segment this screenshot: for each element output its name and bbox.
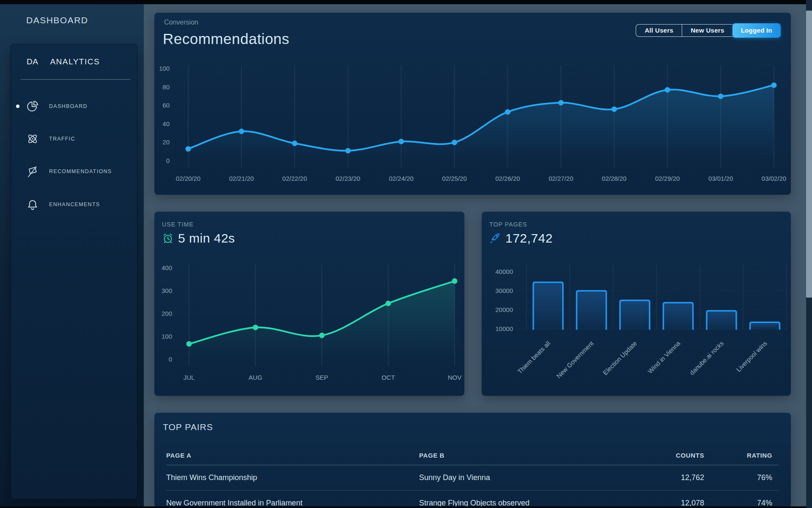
svg-text:02/29/20: 02/29/20 [655,175,680,182]
svg-text:100: 100 [159,65,170,72]
top-pages-card: TOP PAGES 172,742 10000200003000040000Th… [482,212,791,396]
svg-text:JUL: JUL [184,374,195,381]
sidebar-item-label: DASHBOARD [49,103,88,109]
sidebar: DASHBOARD DAANALYTICS DASHBOARDTRAFFICRE… [0,0,144,508]
page-title: DASHBOARD [26,15,88,25]
active-indicator-dot [16,105,19,108]
svg-text:AUG: AUG [249,374,263,381]
svg-text:400: 400 [162,264,172,271]
svg-text:03/01/20: 03/01/20 [708,175,733,182]
sidebar-item-label: ENHANCEMENTS [49,202,100,207]
sidebar-item-label: RECOMMENDATIONS [49,168,112,174]
brand-short: DA [27,57,38,66]
svg-text:NOV: NOV [448,374,462,381]
svg-text:02/24/20: 02/24/20 [389,175,413,182]
sidebar-item-label: TRAFFIC [49,136,75,142]
use-time-card: USE TIME 5 min 42s 0100200300400JULAUGSE… [154,212,464,396]
table-header-row: PAGE APAGE BCOUNTSRATING [166,442,779,465]
column-header-rating: RATING [711,442,779,465]
svg-text:02/26/20: 02/26/20 [495,175,520,182]
svg-text:40000: 40000 [495,268,513,275]
table-cell: 74% [711,491,779,508]
svg-text:New Government: New Government [555,340,595,380]
flag-icon [26,165,39,178]
top-pairs-card: TOP PAIRS PAGE APAGE BCOUNTSRATING Thiem… [154,413,791,508]
sidebar-item-enhancements[interactable]: ENHANCEMENTS [11,197,137,212]
letterbox-bottom [0,506,812,508]
conversion-card: Conversion Recommendations All UsersNew … [154,13,791,195]
bell-icon [26,198,39,211]
table-cell: 12,078 [639,491,711,508]
svg-text:100: 100 [162,333,172,340]
pie-chart-icon [26,100,39,113]
divider [21,79,131,80]
table-cell: 12,762 [639,465,711,491]
svg-text:SEP: SEP [315,374,328,381]
table-cell: New Government Installed in Parliament [166,491,419,508]
svg-text:02/25/20: 02/25/20 [442,175,466,182]
svg-text:OCT: OCT [381,374,395,381]
svg-text:60: 60 [162,102,170,109]
atom-icon [26,133,39,145]
svg-text:02/21/20: 02/21/20 [229,175,254,182]
svg-text:danube.ai rocks: danube.ai rocks [688,340,725,376]
column-header-counts: COUNTS [639,442,711,465]
svg-text:02/20/20: 02/20/20 [176,175,200,182]
scrollbar-thumb[interactable] [806,11,812,298]
sidebar-panel: DAANALYTICS DASHBOARDTRAFFICRECOMMENDATI… [11,44,137,499]
column-header-page-b: PAGE B [419,442,639,465]
svg-text:Liverpool wins: Liverpool wins [735,340,768,373]
top-pairs-table: PAGE APAGE BCOUNTSRATING Thiem Wins Cham… [166,442,779,508]
use-time-line-chart: 0100200300400JULAUGSEPOCTNOV [154,212,464,396]
table-row[interactable]: Thiem Wins ChampionshipSunny Day in Vien… [166,465,779,491]
column-header-page-a: PAGE A [166,442,419,465]
top-pairs-title: TOP PAIRS [163,422,213,432]
svg-text:Election Update: Election Update [601,340,638,376]
svg-text:300: 300 [162,287,172,294]
table-cell: 76% [711,465,779,491]
table-row[interactable]: New Government Installed in ParliamentSt… [166,491,779,508]
svg-text:Thiem beats all: Thiem beats all [516,340,551,375]
table-cell: Sunny Day in Vienna [419,465,639,491]
top-pairs-body: Thiem Wins ChampionshipSunny Day in Vien… [166,465,779,508]
svg-text:03/02/20: 03/02/20 [762,175,786,182]
svg-text:Wind in Vienna: Wind in Vienna [646,340,682,375]
svg-text:20000: 20000 [495,306,513,313]
sidebar-item-dashboard[interactable]: DASHBOARD [11,99,137,113]
brand: DAANALYTICS [27,57,100,66]
svg-text:40: 40 [162,120,170,127]
svg-text:02/22/20: 02/22/20 [283,175,307,182]
top-pages-bar-chart: 10000200003000040000Thiem beats allNew G… [482,212,791,396]
svg-text:10000: 10000 [495,325,513,332]
conversion-line-chart: 02040608010002/20/2002/21/2002/22/2002/2… [154,13,791,195]
table-cell: Strange Flying Objects observed [419,491,639,508]
svg-text:0: 0 [169,356,172,363]
svg-text:02/23/20: 02/23/20 [336,175,360,182]
table-cell: Thiem Wins Championship [166,465,419,491]
letterbox-top [0,0,812,4]
brand-name: ANALYTICS [50,57,100,66]
svg-text:20: 20 [162,138,170,146]
sidebar-item-recommendations[interactable]: RECOMMENDATIONS [11,164,137,179]
svg-text:02/28/20: 02/28/20 [602,175,626,182]
scrollbar-track[interactable] [806,0,812,508]
svg-text:200: 200 [162,310,172,317]
svg-text:80: 80 [162,83,170,91]
svg-text:30000: 30000 [495,287,513,294]
sidebar-item-traffic[interactable]: TRAFFIC [11,132,137,146]
svg-text:0: 0 [166,157,170,164]
svg-text:02/27/20: 02/27/20 [549,175,573,182]
